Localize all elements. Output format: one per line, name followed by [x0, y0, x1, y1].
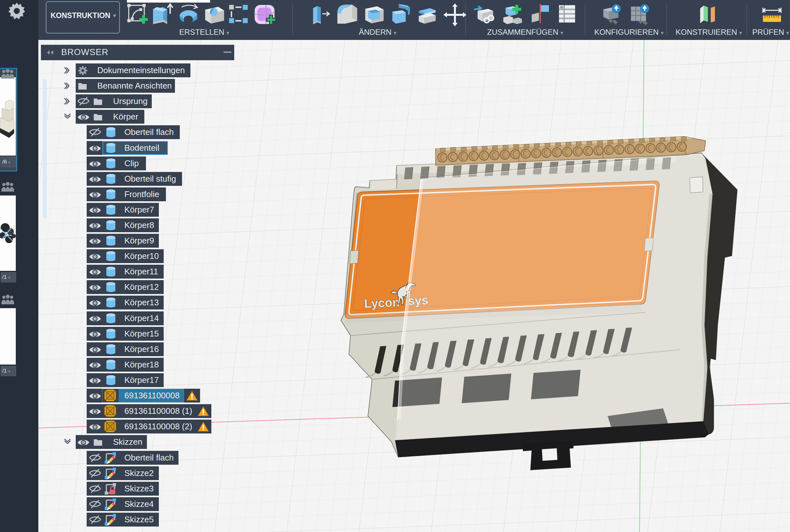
svg-text:Lycon: Lycon — [364, 295, 400, 310]
